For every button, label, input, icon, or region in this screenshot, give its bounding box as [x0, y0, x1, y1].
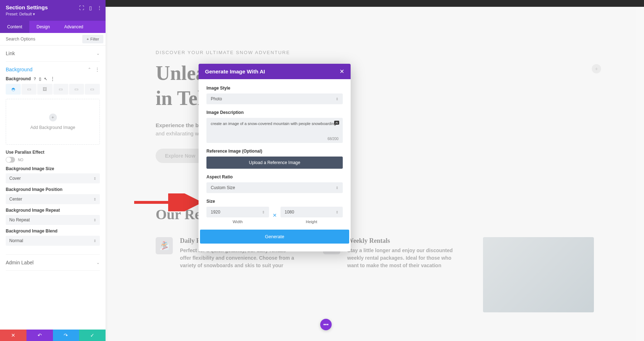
settings-sidebar: Section Settings Preset: Default ▾ ⛶ ▯ ⋮…	[0, 0, 106, 341]
modal-title: Generate Image With AI	[205, 68, 265, 75]
parallax-value: NO	[18, 158, 23, 162]
tab-design[interactable]: Design	[29, 21, 57, 33]
field-more-icon[interactable]: ⋮	[50, 76, 55, 82]
close-icon[interactable]: ✕	[340, 68, 344, 75]
parallax-toggle[interactable]	[6, 157, 15, 163]
search-input[interactable]	[0, 33, 82, 45]
add-element-button[interactable]: +	[592, 64, 601, 73]
top-bar	[106, 0, 644, 7]
save-button[interactable]: ✓	[79, 330, 106, 341]
chevron-up-icon: ⌃	[88, 67, 91, 72]
snowboard-icon: 🏂	[156, 237, 173, 254]
modal-header: Generate Image With AI ✕	[199, 64, 351, 79]
aspect-ratio-label: Aspect Ratio	[206, 174, 343, 179]
rental-image	[483, 237, 594, 312]
bg-tab-color[interactable]: ◓	[6, 84, 21, 95]
cursor-icon[interactable]: ↖	[44, 77, 47, 81]
chevron-down-icon: ⌄	[96, 260, 100, 265]
image-desc-label: Image Description	[206, 110, 343, 115]
bg-size-label: Background Image Size	[6, 166, 100, 171]
admin-label-title: Admin Label	[6, 260, 34, 265]
generate-button[interactable]: Generate	[200, 230, 349, 244]
image-style-select[interactable]: Photo⇕	[206, 93, 343, 104]
explore-button[interactable]: Explore Now	[156, 149, 205, 163]
undo-button[interactable]: ↶	[26, 330, 53, 341]
bg-position-select[interactable]: Center⇕	[6, 194, 100, 204]
add-background-zone[interactable]: + Add Background Image	[6, 99, 100, 145]
redo-button[interactable]: ↷	[53, 330, 79, 341]
bg-blend-select[interactable]: Normal⇕	[6, 236, 100, 246]
sidebar-preset[interactable]: Preset: Default ▾	[6, 12, 100, 16]
annotation-arrow	[132, 193, 204, 213]
ai-badge: AI	[334, 121, 339, 125]
image-style-label: Image Style	[206, 86, 343, 91]
cancel-button[interactable]: ✕	[0, 330, 26, 341]
height-sublabel: Height	[280, 220, 343, 224]
accordion-link[interactable]: Link ⌄	[6, 51, 100, 56]
upload-reference-button[interactable]: Upload a Reference Image	[206, 157, 343, 169]
image-desc-textarea[interactable]: create an image of a snow-covered mounta…	[206, 118, 343, 143]
weekly-desc: Stay a little longer and enjoy our disco…	[347, 247, 462, 269]
add-bg-text: Add Background Image	[10, 125, 96, 130]
bg-tab-pattern[interactable]: ▭	[85, 84, 100, 95]
size-label: Size	[206, 199, 343, 204]
bg-tab-mask[interactable]: ▭	[69, 84, 84, 95]
main-content: DISCOVER YOUR ULTIMATE SNOW ADVENTURE Un…	[106, 7, 644, 341]
plus-icon: +	[49, 114, 57, 121]
times-icon: ✕	[273, 212, 277, 218]
bg-tab-gradient[interactable]: ▭	[21, 84, 36, 95]
mobile-icon[interactable]: ▯	[39, 77, 41, 81]
sidebar-tabs: Content Design Advanced	[0, 21, 106, 33]
ai-image-modal: Generate Image With AI ✕ Image Style Pho…	[199, 64, 351, 251]
bg-repeat-select[interactable]: No Repeat⇕	[6, 215, 100, 225]
accordion-background[interactable]: Background ⌃ ⋮	[6, 67, 100, 72]
tab-advanced[interactable]: Advanced	[57, 21, 90, 33]
help-icon[interactable]: ?	[34, 77, 36, 81]
ref-image-label: Reference Image (Optional)	[206, 149, 343, 154]
sidebar-header: Section Settings Preset: Default ▾ ⛶ ▯ ⋮	[0, 0, 106, 21]
aspect-ratio-select[interactable]: Custom Size⇕	[206, 182, 343, 193]
parallax-label: Use Parallax Effect	[6, 150, 100, 155]
expand-icon[interactable]: ⛶	[79, 5, 84, 11]
weekly-title: Weekly Rentals	[347, 237, 462, 245]
bg-tab-video[interactable]: ▭	[53, 84, 68, 95]
bg-position-label: Background Image Position	[6, 187, 100, 192]
accordion-admin-label[interactable]: Admin Label ⌄	[6, 260, 100, 265]
height-input[interactable]: 1080⇕	[280, 207, 343, 217]
background-type-tabs: ◓ ▭ 🖼 ▭ ▭ ▭	[6, 84, 100, 95]
settings-body: Link ⌄ Background ⌃ ⋮ Background ? ▯ ↖ ⋮	[0, 45, 106, 330]
width-sublabel: Width	[206, 220, 269, 224]
link-title: Link	[6, 51, 15, 56]
bg-blend-label: Background Image Blend	[6, 229, 100, 234]
sidebar-search: +Filter	[0, 33, 106, 45]
bottom-actions: ✕ ↶ ↷ ✓	[0, 330, 106, 341]
more-icon[interactable]: ⋮	[97, 5, 102, 11]
bg-size-select[interactable]: Cover⇕	[6, 173, 100, 183]
width-input[interactable]: 1920⇕	[206, 207, 269, 217]
bg-tab-image[interactable]: 🖼	[37, 84, 52, 95]
bg-repeat-label: Background Image Repeat	[6, 208, 100, 213]
char-count: 68/200	[327, 137, 338, 141]
panel-icon[interactable]: ▯	[89, 5, 92, 11]
hero-section: DISCOVER YOUR ULTIMATE SNOW ADVENTURE Un…	[106, 7, 644, 184]
hero-eyebrow: DISCOVER YOUR ULTIMATE SNOW ADVENTURE	[156, 50, 608, 55]
background-label: Background	[6, 76, 31, 81]
filter-button[interactable]: +Filter	[82, 35, 103, 43]
floating-action-button[interactable]: •••	[320, 319, 332, 330]
chevron-down-icon: ⌄	[96, 51, 100, 56]
background-title: Background	[6, 67, 33, 72]
tab-content[interactable]: Content	[0, 21, 29, 33]
more-dots-icon[interactable]: ⋮	[95, 67, 100, 72]
